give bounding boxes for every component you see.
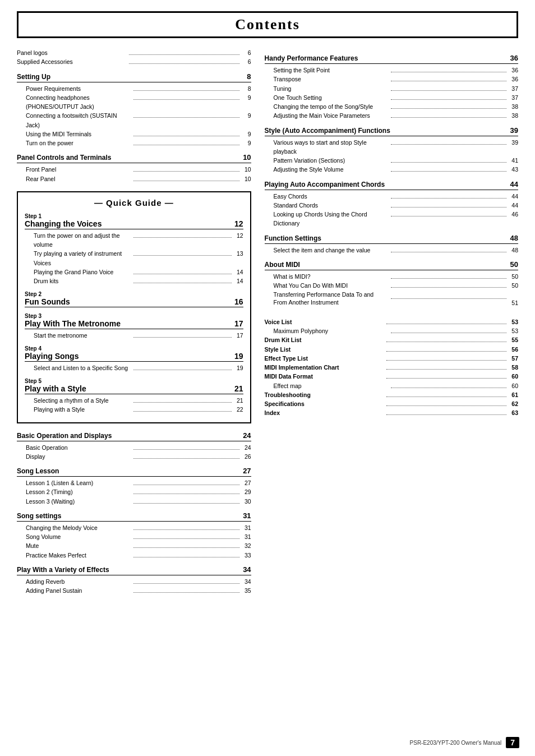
toc-dots <box>133 337 232 338</box>
toc-page: 35 <box>241 586 251 595</box>
toc-page: 31 <box>241 532 251 541</box>
step-entries: Turn the power on and adjust the volume … <box>25 231 243 286</box>
toc-row: Connecting a footswitch (SUSTAIN Jack) 9 <box>26 111 251 130</box>
toc-row: Adding Panel Sustain 35 <box>26 586 251 595</box>
toc-dots <box>133 557 239 557</box>
toc-page: 46 <box>508 210 518 219</box>
section-title: Handy Performance Features <box>265 54 358 62</box>
quick-guide-box: — Quick Guide — Step 1 Changing the Voic… <box>17 191 251 423</box>
toc-page: 33 <box>241 551 251 560</box>
toc-label: Pattern Variation (Sections) <box>274 156 389 165</box>
step-title-5: Play with a Style 21 <box>25 384 243 394</box>
toc-page: 37 <box>508 93 518 102</box>
toc-dots <box>386 342 506 342</box>
section-handy-performance: Handy Performance Features 36 <box>265 54 518 64</box>
toc-row: Lesson 2 (Timing) 29 <box>26 487 251 496</box>
section-page: 44 <box>510 180 518 188</box>
toc-label: Lesson 3 (Waiting) <box>26 497 132 506</box>
toc-dots <box>133 237 232 238</box>
toc-page: 13 <box>233 249 243 258</box>
content-columns: Panel logos 6 Supplied Accessories 6 Set… <box>17 48 518 595</box>
section-entries: Setting the Split Point 36 Transpose 36 … <box>265 66 518 121</box>
left-column: Panel logos 6 Supplied Accessories 6 Set… <box>17 48 251 595</box>
toc-row: Voice List 53 <box>265 317 518 326</box>
toc-page: 43 <box>508 165 518 174</box>
toc-page: 53 <box>508 317 518 326</box>
toc-row: Supplied Accessories 6 <box>17 57 251 66</box>
toc-page: 17 <box>233 331 243 340</box>
toc-page: 39 <box>508 138 518 147</box>
toc-row: Changing the Melody Voice 31 <box>26 523 251 532</box>
toc-label: Turn the power on and adjust the volume <box>34 231 132 250</box>
toc-dots <box>133 529 239 530</box>
toc-page: 32 <box>241 541 251 550</box>
toc-dots <box>391 198 506 199</box>
section-page: 36 <box>510 54 518 62</box>
toc-page: 9 <box>241 93 251 102</box>
toc-page: 55 <box>508 335 518 344</box>
section-setting-up: Setting Up 8 <box>17 72 251 82</box>
section-song-lesson: Song Lesson 27 <box>17 467 251 477</box>
toc-page: 50 <box>508 272 518 281</box>
toc-label: Rear Panel <box>26 174 132 183</box>
toc-label: Song Volume <box>26 532 132 541</box>
toc-dots <box>391 72 506 72</box>
toc-row: Lesson 3 (Waiting) 30 <box>26 497 251 506</box>
toc-row: Maximum Polyphony 53 <box>265 326 518 335</box>
toc-page: 29 <box>241 487 251 496</box>
toc-label: Adjusting the Style Volume <box>274 165 389 174</box>
toc-label: Playing the Grand Piano Voice <box>34 268 132 276</box>
toc-page: 60 <box>508 372 518 381</box>
toc-dots <box>133 411 232 412</box>
section-page: 34 <box>243 565 251 574</box>
step-page: 21 <box>234 384 243 394</box>
toc-row: Pattern Variation (Sections) 41 <box>274 156 518 165</box>
toc-page: 12 <box>233 231 243 240</box>
toc-page: 21 <box>233 396 243 405</box>
section-panel-controls: Panel Controls and Terminals 10 <box>17 153 251 163</box>
toc-row: Practice Makes Perfect 33 <box>26 551 251 560</box>
toc-label: Various ways to start and stop Style pla… <box>274 138 389 156</box>
toc-label: Select and Listen to a Specific Song <box>34 363 132 372</box>
toc-row: Selecting a rhythm of a Style 21 <box>34 396 243 405</box>
section-entries: Basic Operation 24 Display 26 <box>17 443 251 462</box>
toc-row: Tuning 37 <box>274 84 518 93</box>
toc-dots <box>391 388 506 388</box>
toc-row: Playing with a Style 22 <box>34 405 243 414</box>
step-page: 19 <box>234 352 243 361</box>
step-label: Play with a Style <box>25 384 86 394</box>
toc-dots <box>386 414 506 415</box>
section-entries: What is MIDI? 50 What You Can Do With MI… <box>265 272 518 307</box>
toc-page: 37 <box>508 84 518 93</box>
toc-page: 9 <box>241 111 251 120</box>
toc-page: 9 <box>241 139 251 147</box>
toc-dots <box>391 162 506 163</box>
section-page: 31 <box>243 511 251 520</box>
toc-page: 14 <box>233 268 243 276</box>
toc-label: Drum kits <box>34 276 132 285</box>
top-entries: Panel logos 6 Supplied Accessories 6 <box>17 48 251 67</box>
toc-label: Selecting a rhythm of a Style <box>34 396 132 405</box>
toc-row: Lesson 1 (Listen & Learn) 27 <box>26 478 251 487</box>
section-entries: Front Panel 10 Rear Panel 10 <box>17 165 251 183</box>
toc-label: What is MIDI? <box>274 272 389 281</box>
toc-page: 27 <box>241 478 251 487</box>
toc-label: Effect map <box>274 381 389 390</box>
toc-dots <box>133 181 239 181</box>
toc-page: 19 <box>233 363 243 372</box>
toc-row: Playing the Grand Piano Voice 14 <box>34 268 243 276</box>
toc-label: Adding Reverb <box>26 577 132 586</box>
toc-row: Using the MIDI Terminals 9 <box>26 130 251 139</box>
toc-label: Lesson 1 (Listen & Learn) <box>26 478 132 487</box>
toc-label: Looking up Chords Using the Chord Dictio… <box>274 210 389 228</box>
toc-row: Transferring Performance Data To andFrom… <box>274 291 518 307</box>
section-title: Playing Auto Accompaniment Chords <box>265 181 385 188</box>
section-entries: Various ways to start and stop Style pla… <box>265 138 518 174</box>
toc-label: MIDI Data Format <box>265 372 385 381</box>
toc-dots <box>133 370 232 370</box>
toc-row: Index 63 <box>265 408 518 417</box>
toc-row: Display 26 <box>26 452 251 461</box>
section-style-functions: Style (Auto Accompaniment) Functions 39 <box>265 126 518 136</box>
toc-dots <box>391 90 506 91</box>
toc-label: Power Requirements <box>26 84 132 93</box>
